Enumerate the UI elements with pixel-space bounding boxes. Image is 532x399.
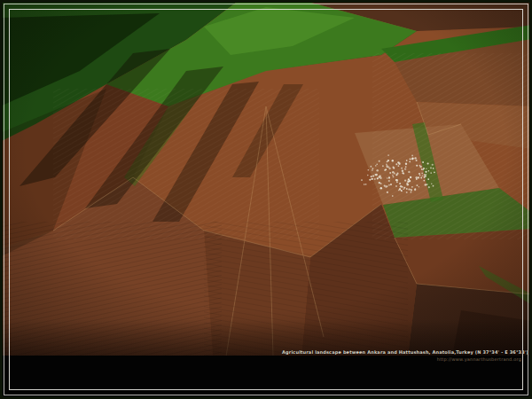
photo-caption-text: Agricultural landscape between Ankara an… bbox=[282, 349, 528, 356]
vignette bbox=[0, 0, 532, 356]
aerial-photo-canvas bbox=[0, 0, 532, 356]
aerial-photo bbox=[0, 0, 532, 356]
photographer-url: http://www.yannarthusbertrand.org bbox=[282, 356, 521, 364]
caption: Agricultural landscape between Ankara an… bbox=[282, 349, 528, 364]
wallpaper: Agricultural landscape between Ankara an… bbox=[0, 0, 532, 399]
